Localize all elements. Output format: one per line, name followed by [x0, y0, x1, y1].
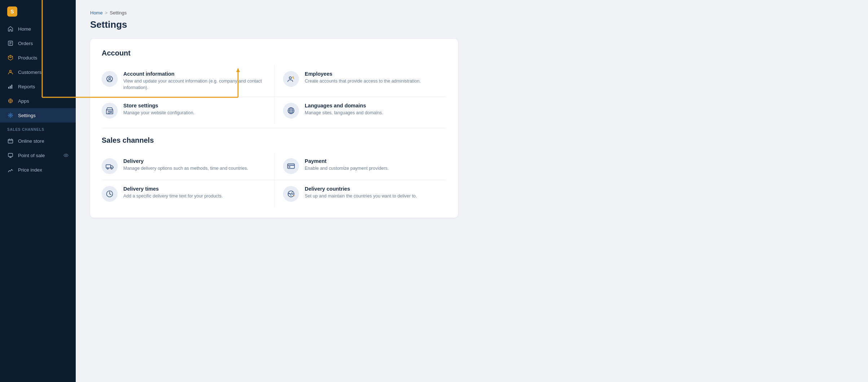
svg-rect-33: [106, 165, 111, 168]
sidebar-online-store-label: Online store: [18, 138, 44, 144]
settings-item-store[interactable]: Store settings Manage your website confi…: [102, 97, 274, 124]
svg-rect-25: [108, 111, 110, 114]
languages-title: Languages and domains: [305, 103, 383, 108]
delivery-times-icon: [102, 186, 118, 202]
home-icon: [7, 26, 14, 32]
apps-icon: [7, 98, 14, 104]
svg-point-4: [10, 70, 12, 72]
sidebar-item-home[interactable]: Home: [0, 22, 76, 36]
svg-rect-6: [10, 86, 11, 89]
sidebar-item-settings[interactable]: Settings: [0, 108, 76, 123]
sidebar-item-online-store[interactable]: Online store: [0, 134, 76, 148]
store-settings-title: Store settings: [123, 103, 194, 108]
delivery-countries-icon: [283, 186, 299, 202]
employees-content: Employees Create accounts that provide a…: [305, 71, 421, 85]
employees-title: Employees: [305, 71, 421, 77]
sidebar-price-index-label: Price index: [18, 167, 42, 173]
payment-desc: Enable and customize payment providers.: [305, 165, 389, 172]
languages-desc: Manage sites, languages and domains.: [305, 110, 383, 116]
payment-icon: [283, 158, 299, 174]
delivery-countries-content: Delivery countries Set up and maintain t…: [305, 186, 417, 200]
delivery-times-desc: Add a specific delivery time text for yo…: [123, 193, 223, 200]
sales-channels-grid: Delivery Manage delivery options such as…: [102, 152, 446, 208]
breadcrumb-home[interactable]: Home: [90, 10, 103, 15]
logo-icon: S: [7, 6, 17, 17]
online-store-icon: [7, 138, 14, 144]
sidebar-item-apps[interactable]: Apps: [0, 94, 76, 108]
settings-item-payment[interactable]: Payment Enable and customize payment pro…: [274, 152, 446, 180]
svg-rect-38: [288, 166, 290, 168]
sidebar-item-point-of-sale[interactable]: Point of sale: [0, 148, 76, 163]
svg-rect-15: [8, 139, 13, 143]
delivery-times-title: Delivery times: [123, 186, 223, 192]
settings-item-delivery[interactable]: Delivery Manage delivery options such as…: [102, 152, 274, 180]
settings-item-employees[interactable]: Employees Create accounts that provide a…: [274, 65, 446, 97]
delivery-icon: [102, 158, 118, 174]
languages-content: Languages and domains Manage sites, lang…: [305, 103, 383, 116]
sidebar-settings-label: Settings: [18, 113, 36, 118]
svg-rect-5: [8, 87, 9, 89]
sidebar-products-label: Products: [18, 55, 37, 61]
sidebar-logo: S: [0, 0, 76, 22]
breadcrumb-current: Settings: [110, 10, 127, 15]
settings-item-account-info[interactable]: Account information View and update your…: [102, 65, 274, 97]
customers-icon: [7, 69, 14, 75]
settings-item-delivery-countries[interactable]: Delivery countries Set up and maintain t…: [274, 180, 446, 208]
sidebar-item-customers[interactable]: Customers: [0, 65, 76, 79]
svg-point-19: [65, 155, 67, 156]
sidebar-item-products[interactable]: Products: [0, 50, 76, 65]
settings-item-delivery-times[interactable]: Delivery times Add a specific delivery t…: [102, 180, 274, 208]
sidebar-reports-label: Reports: [18, 84, 35, 89]
store-settings-desc: Manage your website configuration.: [123, 110, 194, 116]
svg-rect-7: [12, 85, 13, 89]
sales-channels-section-title: Sales channels: [102, 136, 446, 145]
reports-icon: [7, 83, 14, 90]
sidebar-customers-label: Customers: [18, 70, 41, 75]
sales-channels-section-label: SALES CHANNELS: [0, 123, 76, 134]
sidebar-orders-label: Orders: [18, 41, 33, 46]
pos-icon: [7, 152, 14, 159]
sidebar: S Home Orders Products: [0, 0, 76, 382]
page-title: Settings: [90, 19, 458, 30]
svg-rect-16: [8, 154, 13, 157]
svg-point-9: [10, 100, 11, 102]
svg-point-35: [111, 168, 113, 169]
delivery-countries-desc: Set up and maintain the countries you wa…: [305, 193, 417, 200]
sidebar-apps-label: Apps: [18, 98, 29, 104]
sidebar-item-orders[interactable]: Orders: [0, 36, 76, 50]
sidebar-item-reports[interactable]: Reports: [0, 79, 76, 94]
account-info-icon: [102, 71, 118, 87]
settings-item-languages[interactable]: Languages and domains Manage sites, lang…: [274, 97, 446, 124]
account-info-title: Account information: [123, 71, 267, 77]
employees-desc: Create accounts that provide access to t…: [305, 78, 421, 85]
section-divider: [102, 128, 446, 128]
svg-point-34: [107, 168, 109, 169]
settings-icon: [7, 112, 14, 119]
sidebar-item-price-index[interactable]: Price index: [0, 163, 76, 177]
delivery-countries-title: Delivery countries: [305, 186, 417, 192]
delivery-content: Delivery Manage delivery options such as…: [123, 158, 248, 172]
pos-eye-icon: [63, 154, 69, 157]
sidebar-pos-label: Point of sale: [18, 153, 45, 158]
breadcrumb-separator: >: [105, 10, 108, 15]
delivery-title: Delivery: [123, 158, 248, 164]
settings-card: Account Account information View and upd…: [90, 39, 458, 218]
svg-line-41: [110, 194, 111, 195]
store-settings-content: Store settings Manage your website confi…: [123, 103, 194, 116]
languages-icon: [283, 103, 299, 119]
orders-icon: [7, 40, 14, 46]
breadcrumb: Home > Settings: [90, 10, 458, 15]
svg-rect-36: [288, 164, 295, 169]
payment-content: Payment Enable and customize payment pro…: [305, 158, 389, 172]
products-icon: [7, 54, 14, 61]
employees-icon: [283, 71, 299, 87]
svg-point-23: [292, 77, 294, 78]
account-info-content: Account information View and update your…: [123, 71, 267, 91]
account-info-desc: View and update your account information…: [123, 78, 267, 91]
account-settings-grid: Account information View and update your…: [102, 65, 446, 124]
svg-point-21: [109, 77, 111, 79]
svg-rect-26: [110, 111, 112, 113]
main-content: Home > Settings Settings Account: [76, 0, 868, 382]
account-section-title: Account: [102, 49, 446, 57]
price-index-icon: [7, 166, 14, 173]
